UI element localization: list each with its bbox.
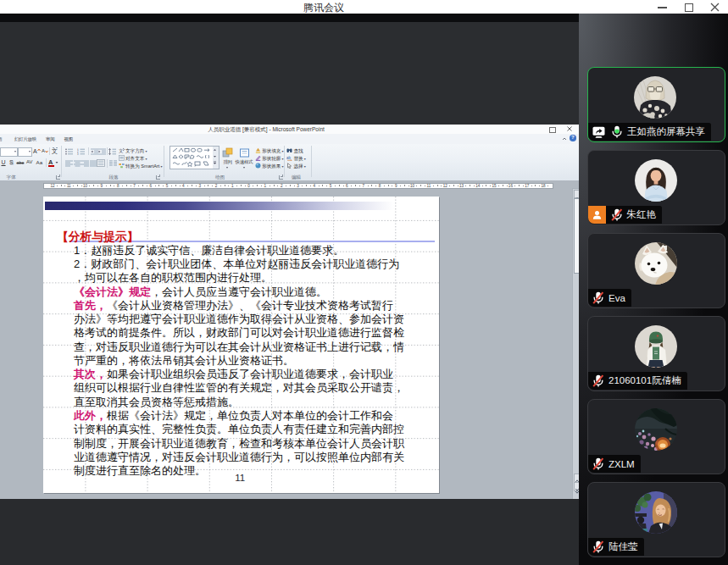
ruler-tick [375, 186, 376, 186]
participant-avatar [635, 159, 677, 202]
shape-fill-button[interactable]: 形状填充 ▾ [255, 147, 284, 155]
line-spacing-button[interactable] [108, 148, 116, 155]
tab-animation-partial[interactable]: 画 [0, 136, 2, 142]
slide-text-line: 《会计法》规定，会计人员应当遵守会计职业道德。 [74, 285, 414, 299]
tab-review[interactable]: 审阅 [46, 136, 54, 142]
character-spacing-button[interactable]: AV [26, 159, 32, 165]
participant-name: ZXLM [609, 459, 635, 469]
dropdown-icon [226, 167, 228, 169]
select-button[interactable]: 选择 ▾ [286, 163, 306, 170]
font-size-combo[interactable] [18, 147, 32, 157]
arrange-button[interactable]: 排列 [220, 146, 236, 172]
ruler-tick [503, 185, 503, 186]
change-case-button[interactable]: Aa [36, 159, 43, 165]
pinyin-guide-icon[interactable]: 文 [52, 147, 59, 155]
ruler-tick [257, 185, 258, 186]
ppt-restore-icon[interactable] [549, 127, 556, 133]
maximize-icon[interactable] [685, 3, 693, 12]
slide-text-line: 格考试的前提条件。所以，财政部门可以对会计职业道德进行监督检 [74, 326, 414, 340]
participant-tile[interactable]: 陆佳莹 [587, 482, 725, 557]
slide-text-emphasis: 《会计法》规定 [74, 285, 151, 298]
ppt-close-icon[interactable] [567, 126, 572, 131]
ruler-number: 4 [314, 184, 316, 188]
ruler-tick [274, 185, 275, 186]
shape-outline-button[interactable]: 形状轮廓 ▾ [255, 155, 284, 163]
align-left-button[interactable] [65, 160, 73, 167]
participant-tile[interactable]: 王如燕的屏幕共享 [587, 67, 725, 142]
slide-text: 业道德遵守情况，对违反会计职业道德行为，可以按照单位内部有关 [74, 451, 404, 463]
ruler-number: 6 [346, 184, 348, 188]
slide-text-line: 业道德遵守情况，对违反会计职业道德行为，可以按照单位内部有关 [74, 451, 414, 464]
align-right-button[interactable] [81, 160, 89, 167]
ruler-tick [388, 185, 389, 186]
ruler-tick [220, 186, 221, 186]
shapes-gallery-scroll[interactable] [213, 146, 220, 169]
svg-text:ab: ab [286, 156, 292, 160]
bullets-button[interactable] [65, 148, 73, 155]
close-icon[interactable] [710, 3, 720, 12]
ruler-number: 12 [443, 184, 447, 188]
ruler-tick [458, 186, 458, 186]
align-text-button[interactable]: 对齐文本 ▾ [119, 155, 147, 163]
find-button[interactable]: 查找 [286, 147, 303, 155]
ruler-number: 15 [492, 184, 497, 188]
tab-slideshow[interactable]: 幻灯片放映 [14, 136, 36, 142]
ppt-vertical-scrollbar[interactable] [572, 188, 579, 499]
gallery-down-icon[interactable] [213, 155, 217, 158]
drawing-dialog-launcher-icon[interactable] [279, 175, 283, 180]
distributed-button[interactable] [97, 159, 105, 167]
slide-text: 节严重的，将依法吊销其会计从业资格证书。 [74, 354, 294, 367]
font-name-combo[interactable] [0, 147, 18, 157]
numbering-button[interactable]: 123 [77, 148, 85, 155]
font-dialog-launcher-icon[interactable] [56, 175, 60, 180]
grow-arrow-icon [37, 148, 41, 152]
convert-smartart-button[interactable]: 转换为 SmartArt ▾ [119, 163, 163, 170]
ruler-tick [192, 185, 192, 186]
tab-view[interactable]: 视图 [64, 136, 73, 142]
text-direction-button[interactable]: 文文字方向 ▾ [119, 147, 147, 155]
minimize-icon[interactable] [658, 7, 667, 8]
ribbon-collapse-icon[interactable] [562, 137, 567, 141]
ruler-tick [171, 186, 172, 186]
ruler-tick [180, 186, 181, 186]
ruler-tick [57, 186, 58, 186]
columns-button[interactable] [109, 160, 117, 167]
slide-text-line: 此外，根据《会计法》规定，单位负责人对本单位的会计工作和会 [74, 409, 414, 423]
ruler-number: 1 [264, 184, 267, 188]
ruler-tick [384, 186, 385, 186]
gallery-more-icon[interactable] [213, 161, 217, 166]
ruler-tick [236, 186, 237, 186]
ruler-tick [498, 186, 499, 186]
align-center-button[interactable] [74, 160, 81, 167]
paragraph-dialog-launcher-icon[interactable] [156, 175, 160, 180]
ruler-tick [225, 185, 225, 186]
shape-fill-button-icon [255, 147, 261, 153]
shrink-arrow-icon [45, 150, 48, 153]
strikethrough-button[interactable]: abc [17, 159, 25, 165]
participant-tile[interactable]: 21060101阮倩楠 [587, 316, 725, 391]
participant-name: Eva [609, 293, 625, 303]
participant-tile[interactable]: ZXLM [587, 399, 725, 474]
shapes-gallery[interactable] [169, 146, 214, 169]
decrease-indent-button[interactable] [91, 148, 98, 155]
slide-text-line: 其次，如果会计职业组织会员违反了会计职业道德要求，会计职业 [74, 368, 414, 381]
ruler-number: 4 [182, 184, 185, 188]
participant-name-chip: 朱红艳 [588, 206, 662, 224]
increase-indent-button[interactable] [98, 148, 106, 155]
slide-title: 【分析与提示】 [57, 230, 139, 245]
ruler-tick [187, 186, 188, 186]
participant-tile[interactable]: 朱红艳 [587, 150, 725, 225]
text-shadow-button[interactable]: S [9, 159, 14, 165]
slide: 【分析与提示】 1．赵丽违反了诚实守信、廉洁自律会计职业道德要求。2．财政部门、… [43, 197, 439, 493]
help-icon[interactable]: ? [570, 135, 576, 141]
quick-styles-button[interactable]: 快速样式 [236, 146, 253, 172]
participant-avatar [635, 242, 677, 285]
shape-effects-button[interactable]: 形状效果 ▾ [255, 163, 284, 170]
replace-button[interactable]: ab替换 ▾ [286, 155, 306, 163]
shrink-font-button[interactable]: A [42, 148, 45, 153]
grow-font-button[interactable]: A [33, 148, 37, 154]
slide-text-line: 办法》等均把遵守会计职业道德作为取得会计从业资格、参加会计资 [74, 313, 414, 326]
participant-tile[interactable]: Eva [587, 233, 725, 308]
underline-button[interactable]: U [2, 159, 6, 165]
gallery-up-icon[interactable] [213, 148, 217, 152]
